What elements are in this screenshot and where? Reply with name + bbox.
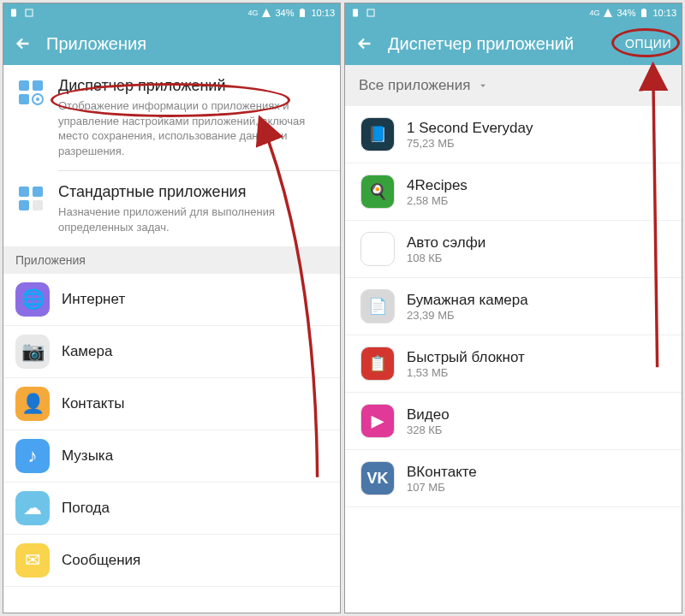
app-row[interactable]: 🌐Интернет xyxy=(3,274,340,326)
app-name: Камера xyxy=(62,343,112,360)
appbar: Приложения xyxy=(3,22,340,65)
app-icon: ✉ xyxy=(15,543,50,578)
app-size: 1,53 МБ xyxy=(407,366,525,379)
page-title: Приложения xyxy=(46,34,330,54)
svg-rect-5 xyxy=(33,80,43,91)
app-list: 🌐Интернет📷Камера👤Контакты♪Музыка☁Погода✉… xyxy=(3,274,340,587)
app-name: Музыка xyxy=(62,447,113,465)
app-name: Видео xyxy=(407,406,450,424)
options-button[interactable]: ОПЦИИ xyxy=(625,37,671,50)
filter-label: Все приложения xyxy=(359,77,470,94)
page-title: Диспетчер приложений xyxy=(388,34,611,54)
back-icon[interactable] xyxy=(355,34,374,53)
app-icon: ▶ xyxy=(360,404,395,438)
svg-rect-11 xyxy=(19,200,29,210)
network-label: 4G xyxy=(247,9,258,17)
app-size: 23,39 МБ xyxy=(407,309,528,322)
app-row[interactable]: VKВКонтакте107 МБ xyxy=(345,450,682,507)
battery-percent: 34% xyxy=(275,8,294,18)
app-row[interactable]: ♪Музыка xyxy=(3,430,340,483)
app-row[interactable]: 📷Камера xyxy=(3,326,340,378)
app-icon: 📘 xyxy=(360,117,395,151)
app-name: Интернет xyxy=(62,291,125,308)
statusbar: 4G 34% 10:13 xyxy=(3,3,340,22)
svg-rect-16 xyxy=(643,9,646,9)
phone-right: 4G 34% 10:13 Диспетчер приложений ОПЦИИ … xyxy=(344,3,682,613)
svg-rect-2 xyxy=(300,9,305,17)
clock: 10:13 xyxy=(652,8,676,18)
setting-app-manager[interactable]: Диспетчер приложений Отображение информа… xyxy=(3,65,340,170)
svg-rect-13 xyxy=(353,9,358,17)
app-icon: 📄 xyxy=(360,289,395,323)
setting-title: Диспетчер приложений xyxy=(58,77,328,95)
app-name: ВКонтакте xyxy=(407,464,477,481)
app-icon: 🍳 xyxy=(360,175,395,209)
app-name: Контакты xyxy=(62,395,124,412)
app-size: 75,23 МБ xyxy=(407,137,533,150)
sim-icon xyxy=(350,8,360,18)
phone-left: 4G 34% 10:13 Приложения Диспетчер прилож… xyxy=(3,3,341,613)
app-row[interactable]: 🍳4Recipes2,58 МБ xyxy=(345,163,682,221)
svg-rect-4 xyxy=(19,80,29,91)
screenshot-icon xyxy=(366,8,376,18)
signal-icon xyxy=(603,8,613,18)
app-icon: 📋 xyxy=(360,346,395,381)
app-row[interactable]: 📘1 Second Everyday75,23 МБ xyxy=(345,106,682,163)
app-name: 1 Second Everyday xyxy=(407,120,533,137)
app-size: 328 КБ xyxy=(407,424,450,436)
back-icon[interactable] xyxy=(14,34,33,53)
app-icon: ♪ xyxy=(15,439,50,473)
svg-rect-14 xyxy=(367,9,374,16)
signal-icon xyxy=(261,8,271,18)
app-icon: 🌐 xyxy=(15,282,50,317)
app-name: 4Recipes xyxy=(407,177,468,194)
screenshot-icon xyxy=(24,8,34,18)
app-size: 108 КБ xyxy=(407,252,485,264)
app-name: Авто сэлфи xyxy=(407,234,485,252)
app-name: Бумажная камера xyxy=(407,292,528,309)
content: Диспетчер приложений Отображение информа… xyxy=(3,65,340,613)
section-header: Приложения xyxy=(3,246,340,274)
setting-title: Стандартные приложения xyxy=(58,183,328,201)
filter-dropdown[interactable]: Все приложения xyxy=(345,65,682,106)
sim-icon xyxy=(9,8,19,18)
svg-rect-1 xyxy=(26,9,33,16)
svg-point-8 xyxy=(36,98,39,101)
svg-rect-9 xyxy=(19,187,29,197)
battery-percent: 34% xyxy=(616,8,635,18)
app-size: 107 МБ xyxy=(407,481,477,494)
battery-icon xyxy=(297,8,307,18)
setting-desc: Назначение приложений для выполнения опр… xyxy=(58,204,328,234)
app-size: 2,58 МБ xyxy=(407,194,468,207)
setting-default-apps[interactable]: Стандартные приложения Назначение прилож… xyxy=(3,171,340,246)
network-label: 4G xyxy=(589,9,599,17)
app-icon: ◎ xyxy=(360,232,395,266)
app-row[interactable]: ▶Видео328 КБ xyxy=(345,393,682,450)
app-row[interactable]: ☁Погода xyxy=(3,483,340,535)
app-row[interactable]: ◎Авто сэлфи108 КБ xyxy=(345,221,682,278)
svg-rect-3 xyxy=(301,9,304,9)
app-name: Погода xyxy=(62,500,110,517)
tiles-gear-icon xyxy=(17,79,45,106)
app-row[interactable]: ✉Сообщения xyxy=(3,535,340,587)
app-row[interactable]: 👤Контакты xyxy=(3,378,340,430)
svg-rect-12 xyxy=(33,200,43,210)
app-name: Сообщения xyxy=(62,552,140,569)
app-icon: ☁ xyxy=(15,491,50,525)
svg-rect-10 xyxy=(33,187,43,197)
app-icon: 👤 xyxy=(15,387,50,421)
statusbar: 4G 34% 10:13 xyxy=(345,3,682,22)
chevron-down-icon xyxy=(477,80,489,92)
clock: 10:13 xyxy=(311,8,335,18)
app-row[interactable]: 📄Бумажная камера23,39 МБ xyxy=(345,278,682,335)
setting-desc: Отображение информации о приложениях и у… xyxy=(58,98,328,158)
tiles-icon xyxy=(17,185,45,212)
app-icon: 📷 xyxy=(15,335,50,369)
appbar: Диспетчер приложений ОПЦИИ xyxy=(345,22,682,65)
app-name: Быстрый блокнот xyxy=(407,349,525,366)
content: Все приложения 📘1 Second Everyday75,23 М… xyxy=(345,65,682,613)
battery-icon xyxy=(639,8,649,18)
app-row[interactable]: 📋Быстрый блокнот1,53 МБ xyxy=(345,335,682,393)
svg-rect-0 xyxy=(11,9,16,17)
app-list: 📘1 Second Everyday75,23 МБ🍳4Recipes2,58 … xyxy=(345,106,682,507)
